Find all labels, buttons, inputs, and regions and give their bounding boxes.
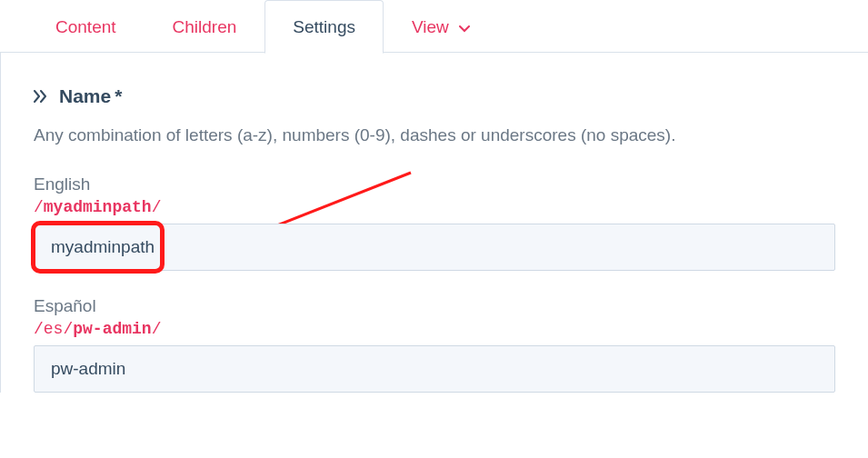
lang-label: Español <box>34 296 835 316</box>
name-input-espanol[interactable] <box>34 345 835 393</box>
field-title: Name <box>59 85 111 107</box>
tab-bar: Content Children Settings View <box>0 0 868 53</box>
url-segment-light: es <box>44 320 64 338</box>
chevron-down-icon <box>459 17 470 37</box>
url-segment-bold: pw-admin <box>73 320 151 338</box>
settings-panel: Name * Any combination of letters (a-z),… <box>0 52 868 393</box>
tab-view[interactable]: View <box>384 0 498 53</box>
lang-block-english: English /myadminpath/ <box>34 174 835 271</box>
required-indicator: * <box>115 85 122 107</box>
field-header[interactable]: Name * <box>34 85 835 107</box>
expand-right-icon <box>34 86 50 107</box>
tab-content[interactable]: Content <box>27 0 145 53</box>
url-segment-bold: myadminpath <box>44 198 152 216</box>
tab-view-label: View <box>412 17 449 36</box>
name-input-english[interactable] <box>34 224 835 271</box>
url-path: /myadminpath/ <box>34 198 835 216</box>
tab-settings[interactable]: Settings <box>264 0 384 54</box>
field-description: Any combination of letters (a-z), number… <box>34 125 835 145</box>
lang-label: English <box>34 174 835 194</box>
tab-children[interactable]: Children <box>145 0 265 53</box>
url-path: /es/pw-admin/ <box>34 320 835 338</box>
lang-block-espanol: Español /es/pw-admin/ <box>34 296 835 393</box>
